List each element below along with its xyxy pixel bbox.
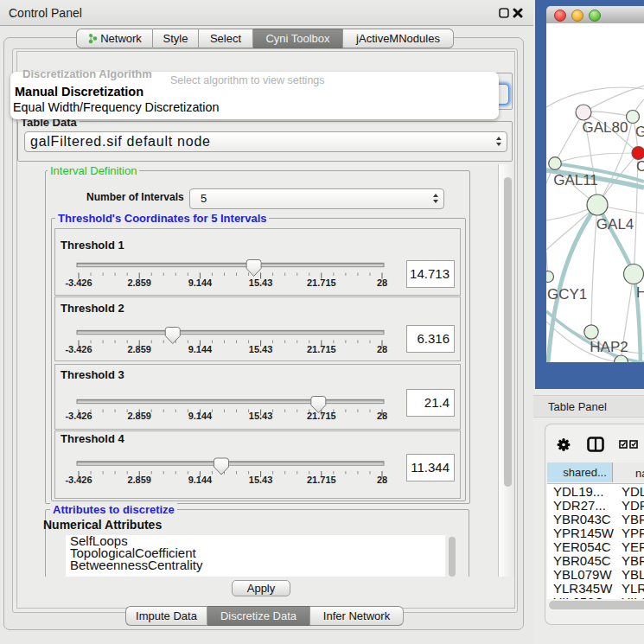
svg-text:-3.426: -3.426 xyxy=(65,277,92,288)
svg-text:GAL11: GAL11 xyxy=(553,172,598,188)
svg-text:C: C xyxy=(636,158,644,175)
svg-text:GA: GA xyxy=(635,124,644,140)
svg-text:-3.426: -3.426 xyxy=(65,344,92,354)
svg-text:9.144: 9.144 xyxy=(188,344,213,354)
svg-text:15.43: 15.43 xyxy=(249,344,273,354)
svg-text:28: 28 xyxy=(377,475,387,485)
svg-text:GAL80: GAL80 xyxy=(583,119,628,136)
svg-text:9.144: 9.144 xyxy=(188,411,213,421)
svg-text:HAP2: HAP2 xyxy=(590,339,628,355)
svg-text:GCY1: GCY1 xyxy=(547,286,587,303)
svg-text:2.859: 2.859 xyxy=(127,411,151,421)
svg-text:28: 28 xyxy=(377,411,387,421)
svg-text:28: 28 xyxy=(377,344,387,354)
svg-text:GAL4: GAL4 xyxy=(596,216,634,233)
svg-text:21.715: 21.715 xyxy=(307,344,336,354)
svg-text:15.43: 15.43 xyxy=(249,411,273,421)
svg-text:-3.426: -3.426 xyxy=(65,475,92,485)
svg-text:HI: HI xyxy=(636,284,644,301)
svg-text:-3.426: -3.426 xyxy=(65,411,92,421)
svg-text:9.144: 9.144 xyxy=(188,277,213,288)
svg-text:2.859: 2.859 xyxy=(127,475,151,485)
svg-text:21.715: 21.715 xyxy=(307,411,336,421)
svg-text:9.144: 9.144 xyxy=(188,475,213,485)
svg-text:2.859: 2.859 xyxy=(127,344,151,354)
svg-text:21.715: 21.715 xyxy=(307,277,336,288)
svg-text:2.859: 2.859 xyxy=(127,277,151,288)
svg-text:15.43: 15.43 xyxy=(249,475,273,485)
svg-text:21.715: 21.715 xyxy=(307,475,336,485)
svg-text:28: 28 xyxy=(377,277,387,288)
svg-text:15.43: 15.43 xyxy=(249,277,273,288)
